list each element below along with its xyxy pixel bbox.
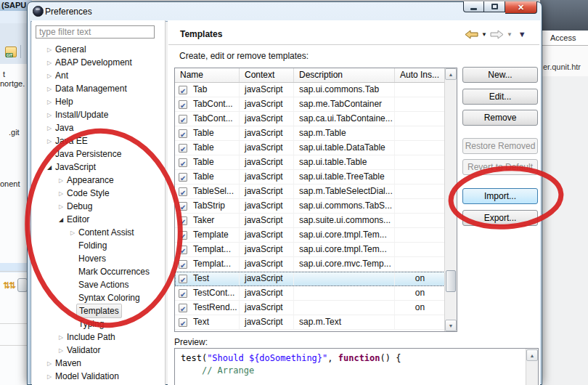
table-row[interactable]: TextjavaScriptsap.m.Text (175, 315, 445, 330)
table-row[interactable]: Templat...javaScriptsap.ui.core.tmpl.Tem… (175, 243, 445, 257)
tree-item-abap-development[interactable]: ABAP Development (33, 56, 163, 69)
tree-collapsed-icon[interactable] (46, 42, 53, 57)
checkbox-checked-icon[interactable] (179, 100, 187, 109)
checkbox-checked-icon[interactable] (179, 173, 187, 182)
tree-item-editor[interactable]: Editor (33, 213, 163, 226)
tree-item-save-actions[interactable]: Save Actions (33, 278, 163, 291)
table-row[interactable]: TableSel...javaScriptsap.m.TableSelectDi… (175, 185, 445, 199)
tree-collapsed-icon[interactable] (46, 108, 53, 122)
checkbox-checked-icon[interactable] (179, 129, 187, 138)
table-row[interactable]: TestCont...javaScripton (175, 286, 445, 301)
forward-arrow-icon[interactable] (490, 30, 504, 39)
tree-item-model-validation[interactable]: Model Validation (33, 370, 163, 383)
checkbox-checked-icon[interactable] (179, 318, 187, 327)
import-button[interactable]: Import... (462, 188, 538, 204)
tree-item-appearance[interactable]: Appearance (33, 174, 163, 187)
back-arrow-icon[interactable] (465, 30, 478, 39)
table-row[interactable]: TestjavaScripton (175, 272, 445, 286)
maximize-button[interactable] (484, 1, 505, 12)
scroll-down-icon[interactable]: ▼ (445, 320, 457, 331)
checkbox-checked-icon[interactable] (179, 289, 187, 298)
tree-item-mark-occurrences[interactable]: Mark Occurrences (33, 265, 163, 278)
tree-item-java-persistence[interactable]: Java Persistence (33, 147, 163, 161)
checkbox-checked-icon[interactable] (179, 246, 187, 254)
tree-collapsed-icon[interactable] (46, 369, 53, 384)
checkbox-checked-icon[interactable] (179, 115, 187, 123)
tree-item-debug[interactable]: Debug (33, 200, 163, 213)
tree-item-typing[interactable]: Typing (33, 317, 163, 331)
table-row[interactable]: TabCont...javaScriptsap.me.TabContainer (175, 97, 445, 112)
export-button[interactable]: Export... (462, 210, 538, 226)
table-row[interactable]: TestRend...javaScripton (175, 301, 445, 315)
remove-button[interactable]: Remove (462, 110, 538, 126)
tree-item-maven[interactable]: Maven (33, 357, 163, 370)
column-header-context[interactable]: Context (240, 68, 294, 82)
new-button[interactable]: New... (462, 67, 538, 83)
scroll-up-icon[interactable]: ▲ (526, 349, 538, 361)
checkbox-checked-icon[interactable] (179, 304, 187, 312)
close-button[interactable]: ✕ (505, 1, 537, 14)
table-row[interactable]: Templat...javaScriptsap.ui.core.mvc.Temp… (175, 257, 445, 272)
checkbox-checked-icon[interactable] (179, 231, 187, 240)
tree-item-validator[interactable]: Validator (33, 344, 163, 357)
tree-item-templates[interactable]: Templates (33, 304, 163, 317)
tree-collapsed-icon[interactable] (46, 121, 53, 135)
checkbox-checked-icon[interactable] (179, 260, 187, 269)
tree-expanded-icon[interactable] (57, 212, 65, 227)
tree-item-data-management[interactable]: Data Management (33, 82, 163, 95)
tree-collapsed-icon[interactable] (46, 356, 53, 370)
back-menu-icon[interactable]: ▼ (481, 31, 487, 38)
scrollbar-thumb[interactable] (446, 270, 456, 292)
tree-collapsed-icon[interactable] (46, 81, 53, 96)
table-row[interactable]: TabjavaScriptsap.ui.commons.Tab (175, 83, 445, 97)
table-row[interactable]: TemplatejavaScriptsap.ui.core.tmpl.Tem..… (175, 228, 445, 243)
checkbox-checked-icon[interactable] (179, 144, 187, 153)
column-header-name[interactable]: Name (175, 68, 240, 82)
table-row[interactable]: TablejavaScriptsap.ui.table.TreeTable (175, 170, 445, 185)
table-row[interactable]: TabCont...javaScriptsap.ca.ui.TabContain… (175, 112, 445, 126)
tree-item-javascript[interactable]: JavaScript (33, 161, 163, 174)
checkbox-checked-icon[interactable] (179, 202, 187, 211)
tree-collapsed-icon[interactable] (57, 343, 65, 357)
checkbox-checked-icon[interactable] (179, 187, 187, 196)
checkbox-checked-icon[interactable] (179, 275, 187, 283)
tree-collapsed-icon[interactable] (46, 94, 53, 109)
tree-item-java[interactable]: Java (33, 121, 163, 134)
tree-collapsed-icon[interactable] (46, 68, 53, 83)
table-row[interactable]: TablejavaScriptsap.ui.table.DataTable (175, 141, 445, 155)
table-row[interactable]: TablejavaScriptsap.m.Table (175, 126, 445, 141)
minimize-button[interactable] (463, 1, 484, 12)
tree-item-hovers[interactable]: Hovers (33, 252, 163, 265)
tree-item-help[interactable]: Help (33, 95, 163, 108)
tree-collapsed-icon[interactable] (46, 55, 53, 70)
view-menu-icon[interactable]: ▼ (518, 30, 526, 38)
tree-collapsed-icon[interactable] (57, 199, 65, 214)
tree-collapsed-icon[interactable] (57, 186, 65, 200)
tree-item-code-style[interactable]: Code Style (33, 187, 163, 200)
tree-item-include-path[interactable]: Include Path (33, 331, 163, 344)
tree-collapsed-icon[interactable] (69, 225, 76, 240)
tree-collapsed-icon[interactable] (57, 330, 65, 344)
edit-button[interactable]: Edit... (462, 89, 538, 105)
tree-item-ant[interactable]: Ant (33, 69, 163, 82)
tree-item-install-update[interactable]: Install/Update (33, 108, 163, 121)
table-row[interactable]: TakerjavaScriptsap.suite.ui.commons... (175, 214, 445, 228)
filter-input[interactable] (36, 25, 155, 38)
tree-expanded-icon[interactable] (46, 160, 53, 174)
table-row[interactable]: TablejavaScriptsap.ui.table.Table (175, 155, 445, 170)
column-header-autoins[interactable]: Auto Ins... (395, 68, 445, 82)
checkbox-checked-icon[interactable] (179, 86, 187, 94)
tree-item-content-assist[interactable]: Content Assist (33, 226, 163, 239)
column-header-description[interactable]: Description (294, 68, 395, 82)
table-row[interactable]: TabStripjavaScriptsap.ui.commons.TabS... (175, 199, 445, 214)
tree-collapsed-icon[interactable] (46, 134, 53, 148)
tree-item-java-ee[interactable]: Java EE (33, 134, 163, 147)
scroll-up-icon[interactable]: ▲ (445, 68, 457, 80)
checkbox-checked-icon[interactable] (179, 158, 187, 167)
tree-item-folding[interactable]: Folding (33, 239, 163, 252)
forward-menu-icon[interactable]: ▼ (507, 31, 513, 38)
preview-scrollbar[interactable]: ▲ (526, 349, 538, 385)
table-scrollbar[interactable]: ▲ ▼ (444, 68, 457, 331)
tree-collapsed-icon[interactable] (57, 173, 65, 187)
tree-item-syntax-coloring[interactable]: Syntax Coloring (33, 291, 163, 304)
